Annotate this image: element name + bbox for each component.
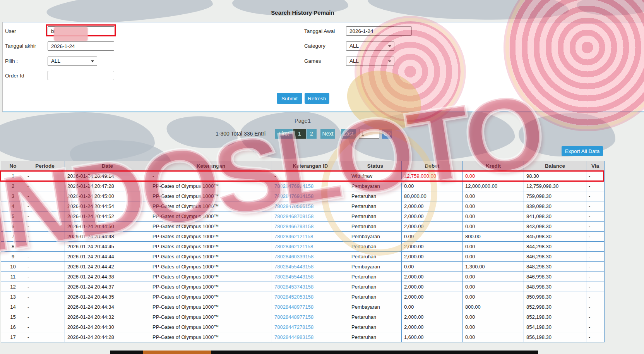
keterangan-id-link[interactable]: 78028447278158 — [272, 322, 349, 332]
keterangan-id-link[interactable]: 78028462121158 — [272, 242, 349, 252]
table-cell: 2,000.00 — [402, 222, 463, 232]
table-cell: PP-Gates of Olympus 1000™ — [150, 191, 272, 201]
table-cell: 2026-01-24 20:44:30 — [65, 322, 150, 332]
table-cell: 2,000.00 — [402, 201, 463, 211]
page-1-button[interactable]: 1 — [293, 129, 306, 139]
tanggal-awal-label: Tanggal Awal — [304, 28, 335, 34]
keterangan-id-link[interactable]: 78028462121158 — [272, 232, 349, 242]
table-cell: - — [586, 282, 605, 292]
table-cell: 5 — [1, 211, 25, 222]
last-page-button[interactable]: Last — [341, 129, 356, 139]
go-button[interactable]: Go — [382, 129, 392, 139]
table-cell: 844,298.30 — [524, 242, 586, 252]
keterangan-id-link[interactable]: 78028453743158 — [272, 282, 349, 292]
table-cell: PP-Gates of Olympus 1000™ — [150, 272, 272, 282]
keterangan-id-link[interactable]: 78028448977158 — [272, 302, 349, 312]
keterangan-id-link[interactable]: 78028470566158 — [272, 201, 349, 211]
table-cell: - — [586, 292, 605, 302]
category-select[interactable]: ALL — [346, 41, 394, 51]
table-row: 16-2026-01-24 20:44:30PP-Gates of Olympu… — [1, 322, 605, 332]
table-cell: 17 — [1, 332, 25, 342]
table-row: 9-2026-01-24 20:44:44PP-Gates of Olympus… — [1, 252, 605, 262]
table-cell: 2026-01-24 20:44:37 — [65, 282, 150, 292]
table-cell: - — [25, 262, 65, 272]
table-cell: Pertaruhan — [349, 222, 402, 232]
keterangan-id-link[interactable]: 78028452053158 — [272, 292, 349, 302]
table-cell: 2,000.00 — [402, 292, 463, 302]
table-row: 12-2026-01-24 20:44:37PP-Gates of Olympu… — [1, 282, 605, 292]
table-cell: 1,600.00 — [402, 332, 463, 342]
table-cell: PP-Gates of Olympus 1000™ — [150, 211, 272, 222]
table-cell: PP-Gates of Olympus 1000™ — [150, 181, 272, 191]
table-cell: 846,998.30 — [524, 272, 586, 282]
table-cell: 848,998.30 — [524, 282, 586, 292]
table-row: 5-2026-01-24 20:44:52PP-Gates of Olympus… — [1, 211, 605, 222]
table-cell: 1 — [1, 171, 25, 181]
goto-page-input[interactable] — [359, 129, 379, 139]
submit-button[interactable]: Submit — [277, 93, 302, 104]
refresh-button[interactable]: Refresh — [305, 93, 329, 104]
table-cell: 9 — [1, 252, 25, 262]
table-cell: Withdraw — [349, 171, 402, 181]
table-cell: - — [25, 302, 65, 312]
table-cell: Pertaruhan — [349, 242, 402, 252]
table-cell: - — [586, 222, 605, 232]
table-cell: 4 — [1, 201, 25, 211]
keterangan-id-link[interactable]: 78028448977158 — [272, 312, 349, 322]
chevron-down-icon — [388, 60, 391, 62]
table-cell: PP-Gates of Olympus 1000™ — [150, 302, 272, 312]
keterangan-id-link[interactable]: 78028444983158 — [272, 332, 349, 342]
table-cell: 0.00 — [463, 252, 524, 262]
table-row: 14-2026-01-24 20:44:34PP-Gates of Olympu… — [1, 302, 605, 312]
table-cell: 850,998.30 — [524, 292, 586, 302]
keterangan-id-link[interactable]: 78028466793158 — [272, 222, 349, 232]
table-cell: 80,000.00 — [402, 191, 463, 201]
table-cell: 0.00 — [463, 211, 524, 222]
category-label: Category — [304, 43, 325, 49]
chevron-down-icon — [91, 60, 94, 62]
pilih-select[interactable]: ALL — [48, 57, 97, 66]
table-cell: Pertaruhan — [349, 252, 402, 262]
keterangan-id-link[interactable]: 78028455443158 — [272, 262, 349, 272]
table-cell: Pertaruhan — [349, 201, 402, 211]
table-cell: 12,759,098.30 — [524, 181, 586, 191]
keterangan-id-link[interactable]: 78028468709158 — [272, 211, 349, 222]
first-page-button[interactable]: First — [275, 129, 293, 139]
current-page-label: Page1 — [0, 118, 605, 124]
table-cell: 7 — [1, 232, 25, 242]
table-cell: 841,098.30 — [524, 211, 586, 222]
column-header: Keterangan ID — [272, 161, 349, 171]
table-cell: - — [586, 252, 605, 262]
table-cell: 0.00 — [463, 312, 524, 322]
table-cell: Pertaruhan — [349, 332, 402, 342]
table-cell: PP-Gates of Olympus 1000™ — [150, 292, 272, 302]
order-id-label: Order Id — [5, 73, 24, 79]
page-2-button[interactable]: 2 — [307, 129, 317, 139]
export-all-data-button[interactable]: Export All Data — [562, 146, 603, 156]
table-cell: 2026-01-24 20:44:54 — [65, 201, 150, 211]
user-input[interactable] — [48, 26, 114, 36]
table-cell: Pembayaran — [349, 181, 402, 191]
keterangan-id-link[interactable]: 78028460339158 — [272, 252, 349, 262]
table-row: 17-2026-01-24 20:44:28PP-Gates of Olympu… — [1, 332, 605, 342]
page-title: Search History Pemain — [0, 9, 605, 16]
search-form-panel: User Tanggal akhir Pilih : ALL Order Id … — [2, 22, 644, 112]
table-cell: 2026-01-24 20:44:52 — [65, 211, 150, 222]
table-row: 8-2026-01-24 20:44:45PP-Gates of Olympus… — [1, 242, 605, 252]
table-cell: 2 — [1, 181, 25, 191]
keterangan-id-link[interactable]: 78028476914158 — [272, 181, 349, 191]
tanggal-akhir-input[interactable] — [48, 41, 114, 51]
column-header: Status — [349, 161, 402, 171]
tanggal-awal-input[interactable] — [346, 26, 412, 36]
next-page-button[interactable]: Next — [320, 129, 335, 139]
keterangan-id-link[interactable]: 78028476914158 — [272, 191, 349, 201]
category-selected-value: ALL — [349, 43, 359, 49]
table-cell: - — [586, 232, 605, 242]
games-select[interactable]: ALL — [346, 57, 394, 66]
table-cell: PP-Gates of Olympus 1000™ — [150, 201, 272, 211]
order-id-input[interactable] — [48, 71, 114, 80]
keterangan-id-link[interactable]: 78028455443158 — [272, 272, 349, 282]
table-cell: - — [272, 171, 349, 181]
table-row: 2-2026-01-24 20:47:28PP-Gates of Olympus… — [1, 181, 605, 191]
table-cell: - — [586, 272, 605, 282]
